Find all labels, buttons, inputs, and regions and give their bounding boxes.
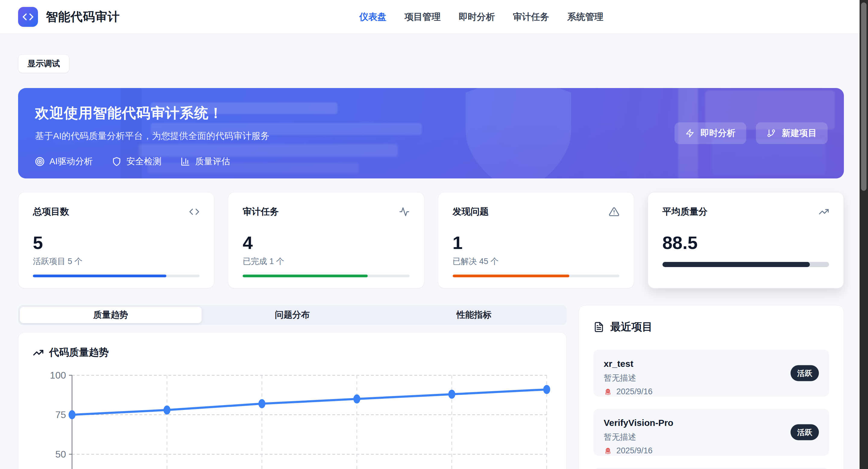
svg-text:50: 50 <box>55 449 66 460</box>
feature-security-check: 安全检测 <box>112 156 161 167</box>
code-icon <box>189 207 199 217</box>
stat-card-audit-tasks: 审计任务 4 已完成 1 个 <box>228 192 424 288</box>
stat-subtitle: 活跃项目 5 个 <box>33 256 199 267</box>
octopus-icon <box>604 447 612 455</box>
recent-projects-header: 最近项目 <box>593 320 829 334</box>
button-label: 新建项目 <box>782 127 817 139</box>
recent-projects-title: 最近项目 <box>610 320 652 334</box>
feature-ai-analysis: AI驱动分析 <box>35 156 93 167</box>
stat-title: 平均质量分 <box>662 206 708 218</box>
nav-item-system-admin[interactable]: 系统管理 <box>567 11 603 23</box>
progress-fill <box>33 275 166 277</box>
progress-fill <box>453 275 569 277</box>
stat-card-issues-found: 发现问题 1 已解决 45 个 <box>438 192 634 288</box>
nav-item-projects[interactable]: 项目管理 <box>404 11 441 23</box>
progress-fill <box>243 275 368 277</box>
tab-issue-distribution[interactable]: 问题分布 <box>202 307 383 323</box>
nav-item-dashboard[interactable]: 仪表盘 <box>359 11 386 23</box>
feature-label: 质量评估 <box>195 156 230 167</box>
status-badge: 活跃 <box>790 365 819 381</box>
chart-title: 代码质量趋势 <box>49 346 109 359</box>
show-debug-button[interactable]: 显示调试 <box>18 54 69 73</box>
stat-title: 审计任务 <box>243 206 279 218</box>
app-title: 智能代码审计 <box>46 8 120 25</box>
page-scrollbar-track[interactable] <box>860 0 868 469</box>
tab-performance-metrics[interactable]: 性能指标 <box>383 307 565 323</box>
code-icon <box>22 11 34 23</box>
quality-trend-line-chart: 1007550 <box>33 368 552 469</box>
instant-analysis-button[interactable]: 即时分析 <box>675 122 746 144</box>
quality-trend-chart-card: 代码质量趋势 1007550 <box>18 332 567 469</box>
file-text-icon <box>593 322 604 333</box>
stat-title: 总项目数 <box>33 206 69 218</box>
recent-projects-panel: 最近项目 xr_test 暂无描述 2025/9/16 活跃 <box>579 305 844 469</box>
project-description: 暂无描述 <box>604 373 819 383</box>
svg-text:100: 100 <box>50 370 66 381</box>
charts-column: 质量趋势 问题分布 性能指标 代码质量趋势 1007550 <box>18 305 567 469</box>
project-name: VerifyVision-Pro <box>604 418 819 428</box>
project-meta: 2025/9/16 <box>604 446 819 456</box>
new-project-button[interactable]: 新建项目 <box>756 122 828 144</box>
top-navigation-bar: 智能代码审计 仪表盘 项目管理 即时分析 审计任务 系统管理 <box>0 0 868 34</box>
recent-projects-list: xr_test 暂无描述 2025/9/16 活跃 VerifyVision-P… <box>593 350 829 469</box>
stat-value: 88.5 <box>662 233 829 253</box>
chart-tabs: 质量趋势 问题分布 性能指标 <box>18 305 567 325</box>
activity-icon <box>399 207 410 217</box>
banner-features: AI驱动分析 安全检测 质量评估 <box>35 156 844 167</box>
trending-up-icon <box>818 207 829 217</box>
progress-fill <box>662 262 810 267</box>
shield-icon <box>112 157 121 166</box>
stat-subtitle: 已完成 1 个 <box>243 256 409 267</box>
app-logo <box>18 7 38 27</box>
project-description: 暂无描述 <box>604 432 819 442</box>
stat-subtitle: 已解决 45 个 <box>453 256 619 267</box>
page-scrollbar-thumb[interactable] <box>861 2 867 191</box>
button-label: 即时分析 <box>701 127 735 139</box>
svg-text:75: 75 <box>55 409 66 420</box>
main-content-row: 质量趋势 问题分布 性能指标 代码质量趋势 1007550 最近项目 <box>18 305 844 469</box>
project-list-item-partial[interactable] <box>593 468 829 469</box>
octopus-icon <box>604 387 612 396</box>
bar-chart-icon <box>181 157 190 166</box>
stat-title: 发现问题 <box>453 206 489 218</box>
stats-row: 总项目数 5 活跃项目 5 个 审计任务 4 已完成 1 个 发现问题 <box>18 192 844 288</box>
page-content: 显示调试 欢迎使用智能代码审计系统！ 基于AI的代码质量分析平台，为您提供全面的… <box>0 34 868 469</box>
project-list-item[interactable]: VerifyVision-Pro 暂无描述 2025/9/16 活跃 <box>593 409 829 456</box>
project-list-item[interactable]: xr_test 暂无描述 2025/9/16 活跃 <box>593 350 829 397</box>
target-icon <box>35 157 44 166</box>
stat-card-total-projects: 总项目数 5 活跃项目 5 个 <box>18 192 214 288</box>
git-branch-icon <box>767 129 776 138</box>
progress-track <box>662 262 829 267</box>
banner-actions: 即时分析 新建项目 <box>675 122 828 144</box>
nav-item-audit-tasks[interactable]: 审计任务 <box>513 11 549 23</box>
trending-up-icon <box>33 347 44 358</box>
welcome-title: 欢迎使用智能代码审计系统！ <box>35 104 844 123</box>
stat-card-average-quality-score: 平均质量分 88.5 <box>648 192 844 288</box>
welcome-banner: 欢迎使用智能代码审计系统！ 基于AI的代码质量分析平台，为您提供全面的代码审计服… <box>18 88 844 179</box>
progress-track <box>33 275 199 277</box>
feature-label: 安全检测 <box>126 156 161 167</box>
tab-quality-trend[interactable]: 质量趋势 <box>20 307 202 323</box>
project-date: 2025/9/16 <box>616 387 652 396</box>
project-date: 2025/9/16 <box>616 446 652 456</box>
nav-item-instant-analysis[interactable]: 即时分析 <box>459 11 495 23</box>
project-meta: 2025/9/16 <box>604 387 819 396</box>
project-name: xr_test <box>604 359 819 369</box>
feature-quality-evaluation: 质量评估 <box>181 156 230 167</box>
stat-value: 5 <box>33 233 199 253</box>
feature-label: AI驱动分析 <box>50 156 93 167</box>
main-menu: 仪表盘 项目管理 即时分析 审计任务 系统管理 <box>359 0 603 34</box>
stat-value: 4 <box>243 233 409 253</box>
progress-track <box>453 275 619 277</box>
progress-track <box>243 275 409 277</box>
status-badge: 活跃 <box>790 425 819 440</box>
zap-icon <box>685 129 694 138</box>
stat-value: 1 <box>453 233 619 253</box>
alert-triangle-icon <box>609 207 619 217</box>
